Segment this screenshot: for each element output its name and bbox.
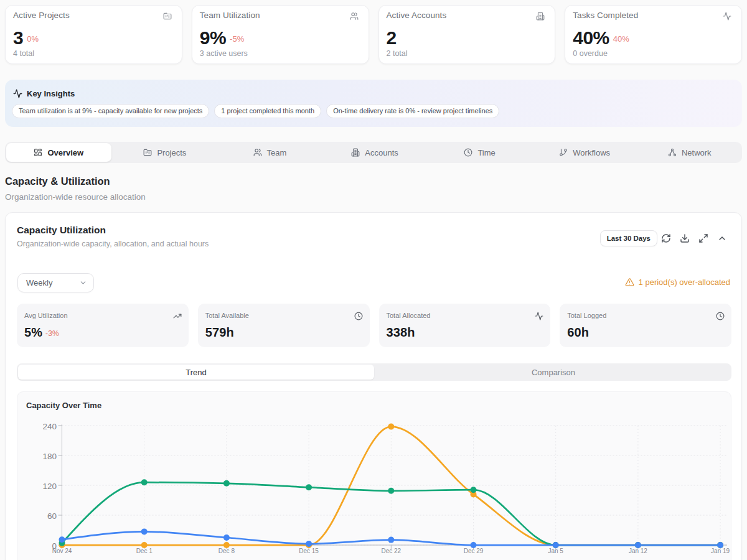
svg-text:60: 60	[47, 511, 57, 521]
svg-text:Dec 8: Dec 8	[218, 548, 235, 554]
svg-text:Dec 15: Dec 15	[299, 548, 319, 554]
svg-text:Jan 5: Jan 5	[548, 548, 563, 554]
svg-text:Dec 1: Dec 1	[136, 548, 153, 554]
svg-text:240: 240	[42, 422, 57, 431]
svg-text:Dec 29: Dec 29	[464, 548, 484, 554]
svg-text:120: 120	[42, 482, 57, 491]
svg-text:Nov 24: Nov 24	[52, 548, 72, 554]
svg-text:Dec 22: Dec 22	[381, 548, 401, 554]
svg-text:Jan 19: Jan 19	[711, 548, 730, 554]
svg-text:Jan 12: Jan 12	[629, 548, 647, 554]
svg-text:180: 180	[42, 452, 57, 461]
